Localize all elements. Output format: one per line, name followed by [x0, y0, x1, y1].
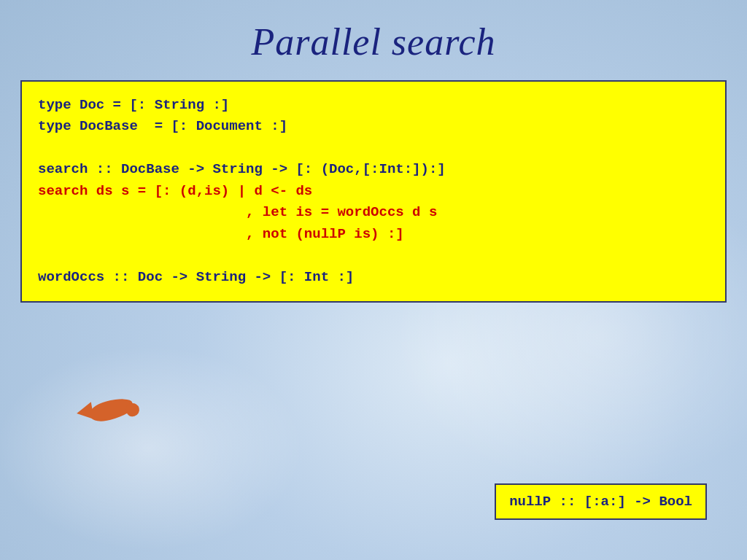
- code-line-7: , not (nullP is) :]: [38, 226, 404, 242]
- code-line-6: , let is = wordOccs d s: [38, 204, 437, 220]
- slide-page: Parallel search type Doc = [: String :] …: [0, 0, 747, 560]
- slide-title: Parallel search: [0, 0, 747, 77]
- code-line-2: type DocBase = [: Document :]: [38, 118, 287, 134]
- main-code-content: type Doc = [: String :] type DocBase = […: [38, 95, 709, 288]
- fish-head: [125, 402, 141, 418]
- code-line-1: type Doc = [: String :]: [38, 97, 229, 113]
- main-code-box: type Doc = [: String :] type DocBase = […: [20, 80, 727, 303]
- code-line-4: search :: DocBase -> String -> [: (Doc,[…: [38, 161, 446, 177]
- code-line-5: search ds s = [: (d,is) | d <- ds: [38, 183, 312, 199]
- nullp-signature: nullP :: [:a:] -> Bool: [509, 494, 692, 510]
- small-code-content: nullP :: [:a:] -> Bool: [509, 494, 692, 510]
- small-code-box: nullP :: [:a:] -> Bool: [495, 483, 707, 520]
- code-line-9: wordOccs :: Doc -> String -> [: Int :]: [38, 269, 354, 285]
- fish-illustration: [77, 397, 150, 425]
